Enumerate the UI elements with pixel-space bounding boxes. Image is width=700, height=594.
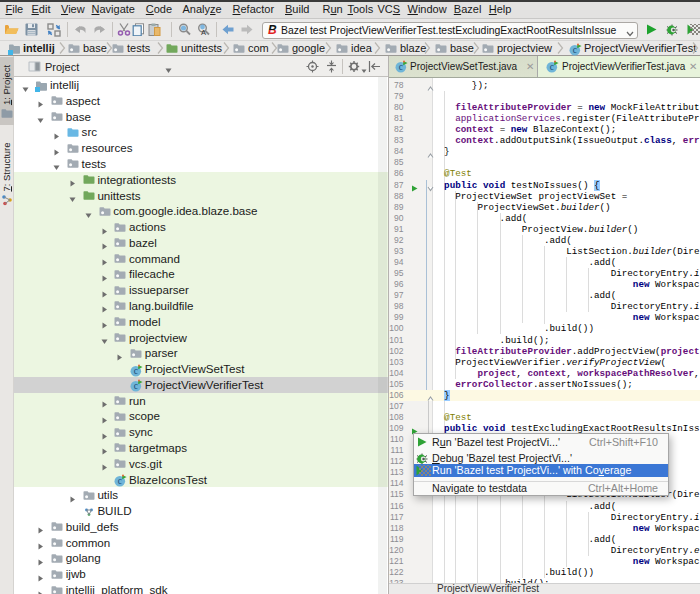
- svg-text:A: A: [201, 28, 206, 37]
- svg-text:c: c: [399, 62, 403, 72]
- svg-text:c: c: [134, 382, 138, 392]
- svg-text:c: c: [573, 45, 577, 55]
- svg-text:B: B: [268, 23, 277, 35]
- svg-text:c: c: [134, 366, 138, 376]
- svg-text:c: c: [550, 62, 554, 72]
- svg-text:c: c: [118, 476, 122, 486]
